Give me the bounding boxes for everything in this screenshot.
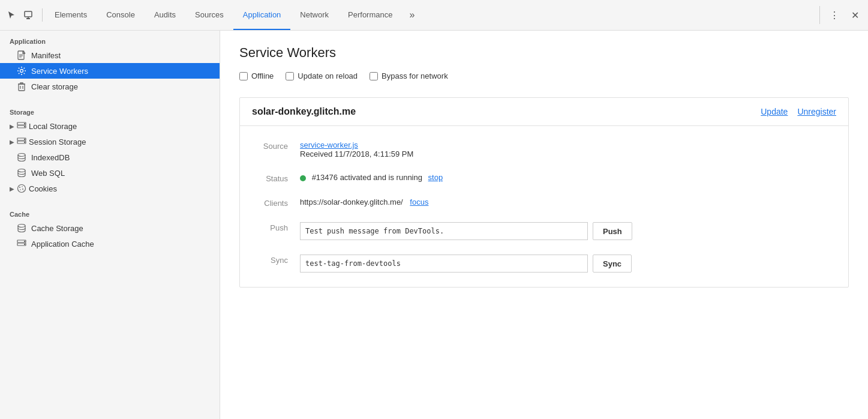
svg-rect-0 (25, 11, 32, 17)
tab-network[interactable]: Network (290, 0, 338, 30)
svg-point-26 (22, 188, 23, 190)
offline-checkbox[interactable] (239, 72, 248, 80)
cookies-label: Cookies (29, 184, 57, 193)
focus-link[interactable]: focus (410, 197, 428, 206)
clients-value: https://solar-donkey.glitch.me/ focus (300, 197, 836, 206)
clear-storage-label: Clear storage (31, 82, 78, 91)
tab-performance[interactable]: Performance (338, 0, 402, 30)
svg-rect-19 (24, 142, 25, 143)
content-inner: Service Workers Offline Update on reload… (220, 31, 868, 312)
push-input[interactable] (300, 222, 588, 240)
push-button[interactable]: Push (593, 222, 632, 240)
indexeddb-label: IndexedDB (31, 153, 70, 162)
sidebar-item-cache-storage[interactable]: Cache Storage (0, 220, 220, 236)
sw-push-row: Push Push (252, 217, 836, 245)
sw-body: Source service-worker.js Received 11/7/2… (240, 126, 848, 287)
cookies-icon (17, 184, 26, 193)
status-label: Status (252, 173, 300, 183)
svg-point-25 (20, 189, 21, 190)
bypass-for-network-checkbox[interactable] (370, 72, 378, 80)
close-button[interactable]: ✕ (846, 7, 863, 23)
svg-point-21 (18, 169, 25, 172)
sw-clients-row: Clients https://solar-donkey.glitch.me/ … (252, 193, 836, 213)
local-storage-arrow: ▶ (10, 123, 14, 130)
session-storage-icon (17, 137, 26, 146)
bypass-for-network-label: Bypass for network (382, 71, 448, 80)
push-input-row: Push (300, 222, 836, 240)
sidebar-item-web-sql[interactable]: Web SQL (0, 165, 220, 181)
tab-sources[interactable]: Sources (185, 0, 233, 30)
web-sql-icon (17, 168, 26, 178)
sw-source-row: Source service-worker.js Received 11/7/2… (252, 136, 836, 163)
toolbar-end: ⋮ ✕ (817, 6, 863, 24)
session-storage-label: Session Storage (29, 137, 86, 146)
svg-point-23 (19, 187, 20, 188)
cache-storage-label: Cache Storage (31, 224, 83, 233)
indexeddb-icon (17, 152, 26, 162)
clients-label: Clients (252, 197, 300, 208)
svg-rect-8 (19, 84, 25, 91)
svg-rect-18 (24, 139, 25, 140)
source-worker-link[interactable]: service-worker.js (300, 140, 358, 149)
application-cache-icon (17, 239, 26, 249)
web-sql-label: Web SQL (31, 169, 65, 178)
trash-icon (17, 82, 26, 91)
bypass-for-network-checkbox-label[interactable]: Bypass for network (370, 71, 448, 80)
sync-value: Sync (300, 255, 836, 273)
tab-application[interactable]: Application (233, 0, 291, 30)
svg-point-7 (20, 70, 23, 73)
sw-sync-row: Sync Sync (252, 250, 836, 277)
cookies-arrow: ▶ (10, 185, 14, 192)
svg-rect-1 (26, 18, 30, 19)
sync-button[interactable]: Sync (593, 255, 632, 273)
sw-status-row: Status #13476 activated and is running s… (252, 168, 836, 188)
file-icon (17, 50, 26, 60)
sync-input[interactable] (300, 255, 588, 273)
application-cache-label: Application Cache (31, 240, 94, 249)
inspect-icon[interactable] (22, 8, 35, 22)
cache-storage-icon (17, 223, 26, 233)
sw-header: solar-donkey.glitch.me Update Unregister (240, 98, 848, 126)
sidebar-item-cookies[interactable]: ▶ Cookies (0, 181, 220, 196)
received-text: Received 11/7/2018, 4:11:59 PM (300, 149, 413, 158)
page-title: Service Workers (239, 45, 849, 61)
more-menu-button[interactable]: ⋮ (826, 7, 843, 23)
sidebar-item-clear-storage[interactable]: Clear storage (0, 79, 220, 94)
more-tabs-button[interactable]: » (404, 0, 419, 30)
offline-label: Offline (251, 71, 274, 80)
svg-rect-15 (24, 126, 25, 127)
toolbar-icons (5, 8, 43, 22)
tab-elements[interactable]: Elements (45, 0, 97, 30)
cache-gap (0, 196, 220, 203)
sync-input-row: Sync (300, 255, 836, 273)
update-on-reload-checkbox[interactable] (286, 72, 294, 80)
offline-checkbox-label[interactable]: Offline (239, 71, 274, 80)
push-label: Push (252, 222, 300, 232)
service-workers-label: Service Workers (31, 67, 88, 76)
sidebar-item-local-storage[interactable]: ▶ Local Storage (0, 118, 220, 134)
sidebar-item-service-workers[interactable]: Service Workers (0, 63, 220, 79)
sidebar-item-manifest[interactable]: Manifest (0, 47, 220, 63)
tab-audits[interactable]: Audits (145, 0, 185, 30)
svg-point-27 (23, 190, 23, 191)
svg-point-20 (18, 154, 25, 157)
update-on-reload-checkbox-label[interactable]: Update on reload (286, 71, 358, 80)
client-url: https://solar-donkey.glitch.me/ (300, 197, 403, 206)
update-link[interactable]: Update (761, 107, 788, 116)
status-id: #13476 (312, 173, 338, 182)
storage-gap (0, 94, 220, 101)
sidebar-item-application-cache[interactable]: Application Cache (0, 236, 220, 252)
unregister-link[interactable]: Unregister (797, 107, 836, 116)
gear-icon (17, 66, 26, 76)
sidebar-item-indexeddb[interactable]: IndexedDB (0, 149, 220, 165)
session-storage-arrow: ▶ (10, 139, 14, 145)
stop-link[interactable]: stop (428, 173, 443, 182)
svg-point-22 (18, 185, 26, 193)
sync-label: Sync (252, 255, 300, 265)
toolbar-separator (819, 6, 820, 24)
main-layout: Application Manifest (0, 31, 868, 419)
tab-console[interactable]: Console (97, 0, 145, 30)
svg-rect-31 (24, 241, 25, 242)
sidebar-item-session-storage[interactable]: ▶ Session Storage (0, 134, 220, 149)
cursor-icon[interactable] (5, 8, 18, 22)
